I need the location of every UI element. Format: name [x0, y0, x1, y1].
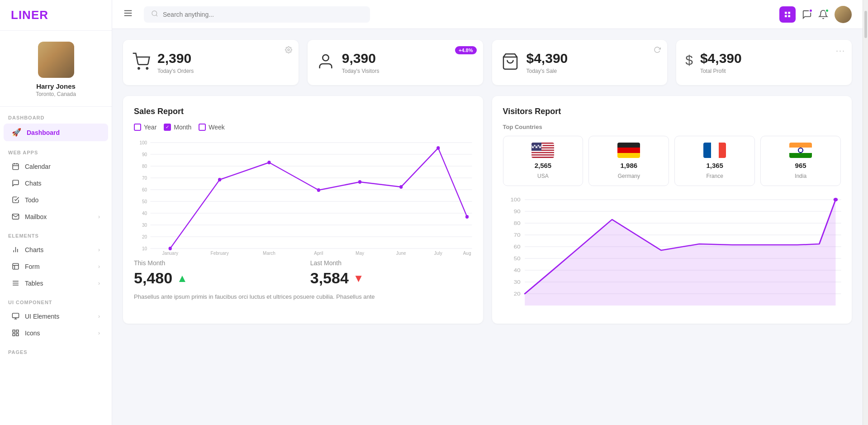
chat-icon [12, 179, 19, 187]
svg-rect-19 [16, 334, 19, 336]
sidebar-item-todo[interactable]: Todo [4, 192, 108, 208]
todo-icon [12, 196, 19, 204]
germany-count: 1,986 [621, 162, 638, 169]
year-label: Year [144, 124, 157, 131]
svg-rect-7 [13, 263, 19, 269]
sidebar-item-charts[interactable]: Charts › [4, 242, 108, 258]
hamburger-button[interactable] [123, 8, 133, 21]
svg-text:20: 20 [513, 291, 520, 297]
sidebar-item-chats[interactable]: Chats [4, 175, 108, 191]
svg-text:Aug: Aug [463, 250, 471, 256]
filter-row: Year Month Week [134, 124, 472, 131]
trend-up-icon: ▲ [177, 272, 188, 285]
filter-week[interactable]: Week [199, 124, 225, 131]
svg-point-64 [267, 161, 270, 164]
svg-text:30: 30 [513, 279, 520, 285]
month-checkbox[interactable] [164, 124, 171, 131]
svg-point-68 [436, 146, 440, 150]
svg-rect-17 [16, 330, 19, 332]
messages-button[interactable] [802, 10, 812, 19]
svg-text:60: 60 [142, 187, 147, 193]
filter-year[interactable]: Year [134, 124, 157, 131]
sale-value: $4,390 [526, 51, 568, 66]
scrollbar-thumb[interactable] [864, 11, 867, 38]
header [112, 0, 863, 29]
search-input[interactable] [163, 11, 363, 18]
user-avatar-header[interactable] [835, 6, 852, 23]
svg-text:80: 80 [142, 163, 147, 169]
svg-point-67 [399, 185, 403, 189]
filter-month[interactable]: Month [164, 124, 191, 131]
svg-point-29 [138, 67, 139, 69]
this-month-stat: This Month 5,480 ▲ [134, 259, 296, 287]
messages-badge [809, 9, 813, 13]
stat-card-visitors: 9,390 Today's Visitors +4.8% [308, 40, 483, 85]
chevron-icon: › [98, 263, 100, 270]
refresh-icon[interactable] [654, 46, 661, 55]
sidebar-item-ui-elements[interactable]: UI Elements › [4, 308, 108, 324]
sales-report-title: Sales Report [134, 107, 472, 116]
sale-icon [501, 53, 519, 74]
sidebar-item-label: UI Elements [25, 313, 59, 320]
svg-rect-75 [531, 152, 554, 153]
svg-rect-76 [531, 154, 554, 156]
sidebar-item-mailbox[interactable]: Mailbox › [4, 209, 108, 224]
svg-rect-16 [13, 330, 15, 332]
svg-text:90: 90 [142, 152, 147, 158]
svg-point-69 [465, 215, 469, 219]
visitors-report-card: Visitors Report Top Countries [492, 96, 852, 324]
svg-point-23 [152, 11, 157, 16]
svg-text:July: July [434, 250, 443, 256]
chevron-icon: › [98, 330, 100, 336]
dashboard-body: 2,390 Today's Orders 9,390 Today's Visi [112, 29, 863, 425]
more-options-icon[interactable]: ··· [836, 46, 845, 56]
grid-button[interactable] [779, 6, 796, 23]
france-count: 1,365 [706, 162, 723, 169]
sidebar: LINER Harry Jones Toronto, Canada DASHBO… [0, 0, 112, 425]
stat-card-sale: $4,390 Today's Sale [492, 40, 668, 85]
year-checkbox[interactable] [134, 124, 141, 131]
stat-card-profit: $ $4,390 Total Profit ··· [676, 40, 852, 85]
tables-icon [12, 279, 19, 287]
svg-text:30: 30 [142, 222, 147, 228]
sidebar-item-tables[interactable]: Tables › [4, 275, 108, 291]
svg-text:50: 50 [142, 199, 147, 205]
visitors-value: 9,390 [342, 51, 379, 66]
orders-label: Today's Orders [157, 68, 194, 74]
sidebar-item-label: Icons [25, 329, 40, 337]
mail-icon [12, 213, 19, 220]
visitors-report-title: Visitors Report [503, 107, 841, 116]
sidebar-item-icons[interactable]: Icons › [4, 325, 108, 341]
settings-icon[interactable] [285, 46, 292, 55]
week-checkbox[interactable] [199, 124, 206, 131]
india-count: 965 [795, 162, 806, 169]
flag-india [789, 143, 812, 158]
section-label-ui: UI COMPONENT [0, 291, 112, 308]
svg-line-24 [156, 15, 157, 16]
notifications-button[interactable] [818, 10, 828, 19]
trend-down-icon: ▼ [353, 272, 364, 285]
stat-card-orders: 2,390 Today's Orders [123, 40, 299, 85]
svg-point-32 [323, 55, 328, 61]
right-scrollbar[interactable] [863, 0, 868, 425]
main-content: 2,390 Today's Orders 9,390 Today's Visi [112, 0, 863, 425]
india-name: India [795, 173, 806, 179]
svg-rect-0 [13, 164, 19, 170]
france-name: France [707, 173, 723, 179]
sidebar-item-form[interactable]: Form › [4, 258, 108, 274]
country-germany: 1,986 Germany [588, 136, 669, 186]
sidebar-item-label: Tables [25, 280, 43, 287]
flag-germany [617, 143, 640, 158]
sidebar-item-calendar[interactable]: Calendar [4, 158, 108, 174]
sidebar-item-label: Chats [25, 180, 42, 187]
last-month-label: Last Month [310, 259, 472, 267]
sidebar-item-dashboard[interactable]: 🚀 Dashboard [4, 124, 108, 141]
svg-point-63 [218, 178, 221, 181]
this-month-value: 5,480 ▲ [134, 269, 296, 287]
avatar [38, 42, 74, 78]
svg-rect-25 [785, 12, 787, 14]
chevron-icon: › [98, 280, 100, 287]
chevron-icon: › [98, 247, 100, 253]
sales-report-card: Sales Report Year Month Week [123, 96, 483, 324]
app-logo: LINER [0, 0, 112, 31]
